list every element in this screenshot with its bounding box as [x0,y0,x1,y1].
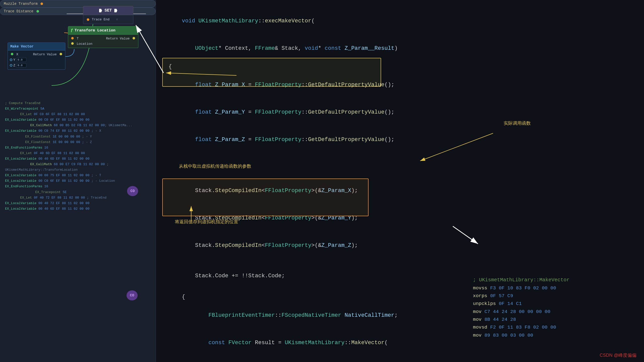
asm-endfuncparms-2: EX_EndFunctionParms 16 [5,184,150,189]
asm-localvar-4: EX_LocalVariable 00 40 6D EF 88 11 02 00… [5,206,150,212]
y-pin-outline-icon [10,59,12,61]
make-vector-body: X Return Value Y 0.0 Z 0.0 [8,51,65,70]
asm-floatconst-z: EX_FloatConst 1E 00 00 00 00 ; - Z [5,140,150,145]
set-exec-in-icon [99,9,102,12]
blueprint-area: SET Trace End ○ Muzzle Transform ƒ Trans… [0,0,156,362]
asm-localvar-2: EX_LocalVariable 00 40 6D EF 88 11 02 00… [5,156,150,162]
bottom-right-asm: ; UKismetMathLibrary::MakeVector movss F… [468,273,644,342]
asm-localvar-x: EX_LocalVariable 00 C0 74 EF 88 11 02 00… [5,128,150,134]
br-asm-line-7: mov 89 83 00 03 00 00 [473,332,639,339]
mv-z-row: Z 0.0 [8,63,65,68]
transform-t-row: T Return Value [68,36,138,41]
set-node-title: SET [105,8,112,13]
br-asm-comment: ; UKismetMathLibrary::MakeVector [473,276,639,284]
asm-localvar-1: EX_LocalVariable 00 C0 6F EF 88 11 02 00… [5,117,150,123]
mv-z-input[interactable]: 0.0 [16,63,26,67]
rv-pin-icon [133,37,135,39]
asm-callmath-1: EX_CallMath 68 00 B5 D2 FB 11 02 00 00; … [5,123,150,128]
set-node-header: SET [83,6,133,15]
transform-body: T Return Value Location [68,35,138,48]
code-line-params-xyz: Z_Param_X, Z_Param_Y, Z_Param_Z); [169,357,631,362]
transform-t-label: T [77,37,79,40]
transform-header: ƒ Transform Location [68,26,138,35]
transform-location-row: Location [68,41,138,47]
mv-z-label: Z [13,64,15,67]
mv-x-row: X Return Value [8,52,65,57]
asm-let-3: EX_Let 0F 40 72 EF 88 11 02 00 00 ; Trac… [5,195,150,201]
code-line-stack-z: Stack.StepCompiledIn<FFloatProperty>(&Z_… [169,232,631,259]
highlight-result [162,178,369,216]
asm-callmath-2: EX_CallMath 68 00 E7 C9 FB 11 02 00 00 ;… [5,162,150,173]
set-trace-end-label: Trace End [92,18,109,21]
code-line-float-z: float Z_Param_Z = FFloatProperty::GetDef… [169,126,631,154]
annotation-return-val: 将返回值存到虚拟机指定的位置 [175,219,238,225]
code-annotation1: 从栈中取出虚拟机传递给函数的参数 [169,156,631,177]
code-line-float-y: float Z_Param_Y = FFloatProperty::GetDef… [169,99,631,126]
asm-localvar-t: EX_LocalVariable 00 60 75 EF 88 11 02 00… [5,173,150,178]
watermark: CSDN @峰度偏偏 [600,352,636,358]
transform-title: Transform Location [75,28,115,33]
asm-localvar-loc: EX_LocalVariable 00 C0 6F EF 88 11 02 00… [5,178,150,184]
br-asm-lines: movss F3 0F 10 83 F0 02 00 00 xorps 0F 5… [473,284,639,339]
mv-rv-label: Return Value [33,53,57,56]
make-vector-header: Make Vector [8,42,65,51]
asm-wire-tracepoint: EX_WireTracepoint 5A [5,106,150,112]
make-vector-title: Make Vector [10,44,33,49]
mv-rv-pin-icon [60,53,62,55]
set-exec-out-icon [114,9,117,12]
transform-rv-label: Return Value [106,37,130,40]
loc-pin-icon [71,42,74,45]
make-vector-node: Make Vector X Return Value Y 0.0 Z [8,41,65,71]
annotation-actual-call: 实际调用函数 [504,120,531,126]
assembly-area: ; Compute TraceEnd EX_WireTracepoint 5A … [0,98,155,299]
code-area: void UKismetMathLibrary::execMakeVector(… [156,0,644,362]
x-pin-icon [11,53,13,55]
asm-let-1: EX_Let 0F C0 6F EF 88 11 02 00 00 [5,112,150,117]
asm-let-2: EX_Let 0F 40 6D EF 88 11 02 00 00 [5,151,150,156]
br-asm-line-5: mov 8B 44 24 28 [473,316,639,324]
asm-localvar-3: EX_LocalVariable 00 40 72 EF 88 11 02 00… [5,201,150,206]
asm-tracepoint: EX_Tracepoint 5E [5,190,150,195]
asm-floatconst-y: EX_FloatConst 1E 00 00 00 00 ; - Y [5,134,150,140]
br-asm-line-3: unpcklps 0F 14 C1 [473,300,639,308]
mv-x-label: X [16,53,18,56]
mv-y-row: Y 0.0 [8,57,65,63]
mv-y-input[interactable]: 0.0 [16,58,26,62]
highlight-stackstep [162,58,381,87]
transform-location-node: ƒ Transform Location T Return Value Loca… [68,25,138,49]
br-asm-line-1: movss F3 0F 10 83 F0 02 00 00 [473,284,639,292]
code-line-func-sig: void UKismetMathLibrary::execMakeVector( [169,8,631,35]
br-asm-line-2: xorps 0F 57 C9 [473,292,639,300]
br-asm-line-6: movsd F2 0F 11 83 F8 02 00 00 [473,324,639,331]
trace-end-pin-icon [87,18,89,21]
set-node: SET Trace End ○ [83,5,133,25]
mv-y-label: Y [13,58,15,62]
br-asm-line-4: mov C7 44 24 28 00 00 00 00 [473,308,639,316]
asm-endfuncparms-1: EX_EndFunctionParms 16 [5,145,150,151]
set-trace-end-row: Trace End ○ [83,16,133,23]
z-pin-outline-icon [10,64,12,67]
asm-comment-traceend: ; Compute TraceEnd [5,101,150,106]
t-pin-icon [71,37,74,39]
transform-location-label: Location [77,42,92,46]
